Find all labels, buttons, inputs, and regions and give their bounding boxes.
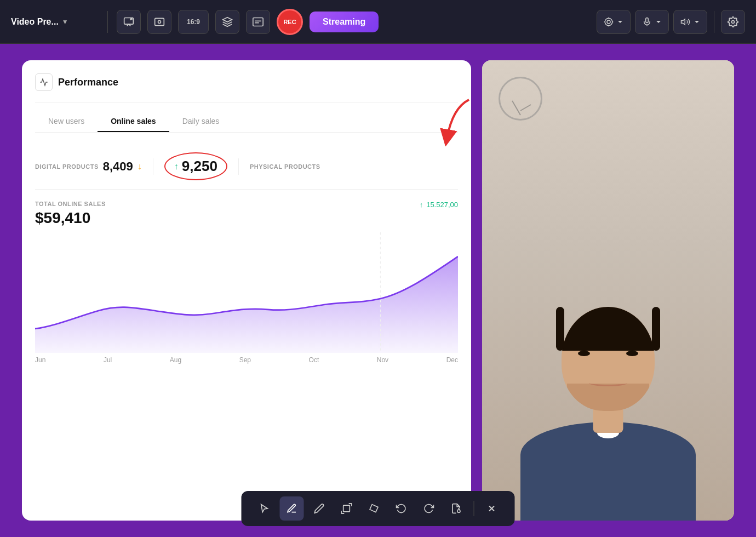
- anno-toolbar-divider: [474, 501, 474, 516]
- x-label-jun: Jun: [35, 356, 45, 364]
- x-label-dec: Dec: [446, 356, 458, 364]
- share-screen-btn[interactable]: [117, 10, 141, 34]
- metrics-row: DIGITAL PRODUCTS 8,409 ↓ ↑ 9,250 PHYSICA…: [35, 144, 458, 190]
- svg-rect-3: [253, 18, 263, 26]
- down-arrow-icon: ↓: [138, 162, 142, 172]
- digital-products-metric: DIGITAL PRODUCTS 8,409 ↓: [35, 159, 142, 174]
- svg-rect-1: [155, 18, 164, 25]
- metric-divider-2: [238, 158, 239, 175]
- caption-btn[interactable]: [246, 10, 270, 34]
- title-text: Video Pre...: [11, 17, 59, 27]
- chart-legend: ↑ 15.527,00: [420, 201, 458, 209]
- main-content: Performance New users Online sales Daily…: [0, 44, 756, 537]
- annotation-toolbar: [242, 491, 515, 526]
- legend-up-arrow: ↑: [420, 201, 423, 209]
- x-label-oct: Oct: [309, 356, 319, 364]
- panel-divider: [35, 102, 458, 102]
- physical-products-label: PHYSICAL PRODUCTS: [250, 163, 320, 170]
- panel-title: Performance: [58, 77, 118, 88]
- x-label-nov: Nov: [377, 356, 388, 364]
- panel-icon: [35, 73, 53, 91]
- streaming-label: Streaming: [323, 17, 365, 26]
- metric-divider: [153, 158, 153, 175]
- dashboard-panel: Performance New users Online sales Daily…: [22, 60, 471, 521]
- tabs-row: New users Online sales Daily sales: [35, 111, 458, 133]
- webcam-btn[interactable]: [147, 10, 171, 34]
- svg-point-7: [605, 18, 612, 26]
- settings-btn[interactable]: [721, 10, 745, 34]
- x-label-aug: Aug: [170, 356, 181, 364]
- highlighted-value: 9,250: [182, 158, 217, 175]
- pencil-tool-btn[interactable]: [307, 496, 331, 521]
- tab-new-users[interactable]: New users: [35, 111, 98, 132]
- title-chevron: ▼: [62, 18, 68, 26]
- side-hair-right: [652, 307, 660, 351]
- chart-meta: TOTAL ONLINE SALES $59,410 ↑ 15.527,00: [35, 201, 458, 227]
- camera-btn[interactable]: [597, 10, 631, 34]
- undo-btn[interactable]: [390, 496, 414, 521]
- divider-1: [107, 11, 108, 33]
- chart-svg: [35, 232, 458, 353]
- x-label-jul: Jul: [104, 356, 112, 364]
- person-face: [562, 307, 655, 411]
- chart-total-label: TOTAL ONLINE SALES: [35, 201, 106, 207]
- volume-btn[interactable]: [673, 10, 707, 34]
- metrics-wrapper: DIGITAL PRODUCTS 8,409 ↓ ↑ 9,250 PHYSICA…: [35, 144, 458, 190]
- webcam-panel: [482, 60, 734, 521]
- bucket-tool-btn[interactable]: [444, 496, 468, 521]
- cursor-tool-btn[interactable]: [253, 496, 277, 521]
- digital-products-value: 8,409: [103, 159, 133, 174]
- highlighted-metric: ↑ 9,250: [164, 152, 227, 180]
- chart-section: TOTAL ONLINE SALES $59,410 ↑ 15.527,00: [35, 201, 458, 364]
- physical-products-metric: PHYSICAL PRODUCTS: [250, 163, 320, 170]
- chart-total-value: $59,410: [35, 209, 106, 227]
- panel-header: Performance: [35, 73, 458, 91]
- svg-point-2: [158, 20, 161, 23]
- top-toolbar: Video Pre... ▼ 16:9 REC Streaming: [0, 0, 756, 44]
- person-body: [520, 422, 696, 521]
- redo-btn[interactable]: [417, 496, 441, 521]
- close-annotation-btn[interactable]: [480, 496, 504, 521]
- svg-rect-18: [343, 505, 350, 512]
- svg-marker-19: [370, 505, 378, 512]
- clock-decoration: [499, 77, 542, 121]
- tab-online-sales[interactable]: Online sales: [98, 111, 169, 132]
- digital-products-label: DIGITAL PRODUCTS: [35, 163, 99, 170]
- chart-x-labels: Jun Jul Aug Sep Oct Nov Dec: [35, 353, 458, 364]
- chart-container: [35, 232, 458, 353]
- tab-daily-sales[interactable]: Daily sales: [169, 111, 233, 132]
- svg-marker-14: [681, 19, 685, 25]
- rec-button[interactable]: REC: [277, 9, 303, 35]
- up-arrow-icon: ↑: [174, 162, 179, 172]
- legend-value: 15.527,00: [426, 201, 458, 209]
- rec-label: REC: [283, 19, 296, 25]
- svg-point-15: [732, 20, 735, 23]
- x-label-sep: Sep: [239, 356, 251, 364]
- pen-tool-btn[interactable]: [280, 496, 304, 521]
- webcam-feed: [482, 60, 734, 521]
- aspect-ratio-label: 16:9: [187, 18, 200, 26]
- aspect-ratio-btn[interactable]: 16:9: [178, 10, 209, 34]
- toolbar-right-group: [597, 10, 745, 34]
- streaming-button[interactable]: Streaming: [310, 12, 379, 32]
- project-title[interactable]: Video Pre... ▼: [11, 17, 99, 27]
- crop-tool-btn[interactable]: [335, 496, 359, 521]
- side-hair-left: [556, 307, 564, 351]
- right-divider: [714, 11, 714, 33]
- microphone-btn[interactable]: [635, 10, 669, 34]
- layers-btn[interactable]: [215, 10, 239, 34]
- svg-rect-12: [646, 18, 649, 22]
- eraser-tool-btn[interactable]: [362, 496, 386, 521]
- svg-point-6: [607, 20, 610, 24]
